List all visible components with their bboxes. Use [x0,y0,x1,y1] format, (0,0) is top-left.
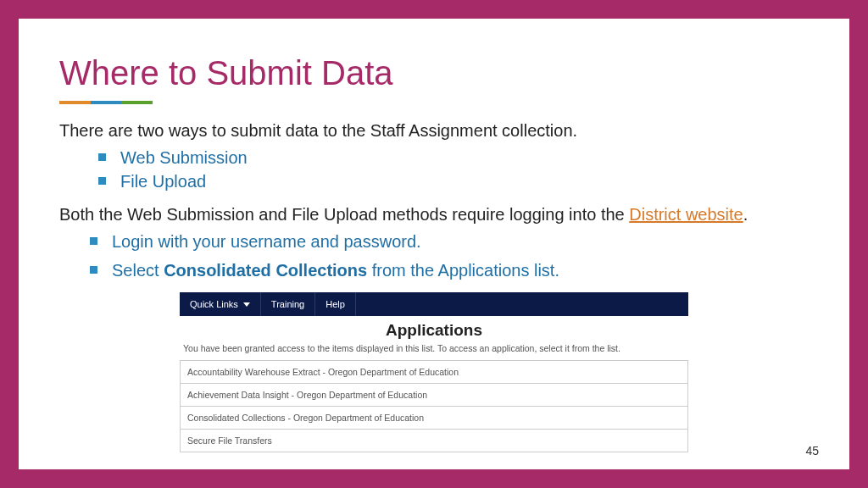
applications-subtitle: You have been granted access to the item… [183,343,688,353]
district-website-link[interactable]: District website [629,205,743,224]
list-item: Select Consolidated Collections from the… [90,258,809,282]
intro-text: There are two ways to submit data to the… [59,119,809,142]
text-fragment: Both the Web Submission and File Upload … [59,205,629,224]
text-fragment: from the Applications list. [367,261,559,280]
applications-heading: Applications [180,321,688,340]
list-item: File Upload [98,169,809,193]
slide: Where to Submit Data There are two ways … [19,19,849,469]
application-row[interactable]: Secure File Transfers [180,430,688,452]
title-underline [59,101,153,104]
applications-list: Accountability Warehouse Extract - Orego… [180,360,688,452]
text-fragment: Consolidated Collections [164,261,367,280]
ways-list: Web Submission File Upload [98,146,809,193]
applications-screenshot: Quick Links Training Help Applications Y… [180,292,688,452]
nav-quick-links[interactable]: Quick Links [180,292,261,316]
application-row[interactable]: Consolidated Collections - Oregon Depart… [180,407,688,430]
nav-help[interactable]: Help [315,292,356,316]
list-item: Web Submission [98,146,809,169]
nav-label: Quick Links [190,299,238,309]
nav-training[interactable]: Training [261,292,315,316]
both-methods-text: Both the Web Submission and File Upload … [59,203,809,226]
page-title: Where to Submit Data [59,54,809,92]
application-row[interactable]: Accountability Warehouse Extract - Orego… [180,361,688,384]
text-fragment: . [743,205,748,224]
chevron-down-icon [243,302,250,307]
steps-list: Login with your username and password. S… [90,230,809,282]
text-fragment: Select [112,261,164,280]
application-row[interactable]: Achievement Data Insight - Oregon Depart… [180,384,688,407]
list-item: Login with your username and password. [90,230,809,253]
page-number: 45 [805,444,819,458]
app-navbar: Quick Links Training Help [180,292,688,316]
